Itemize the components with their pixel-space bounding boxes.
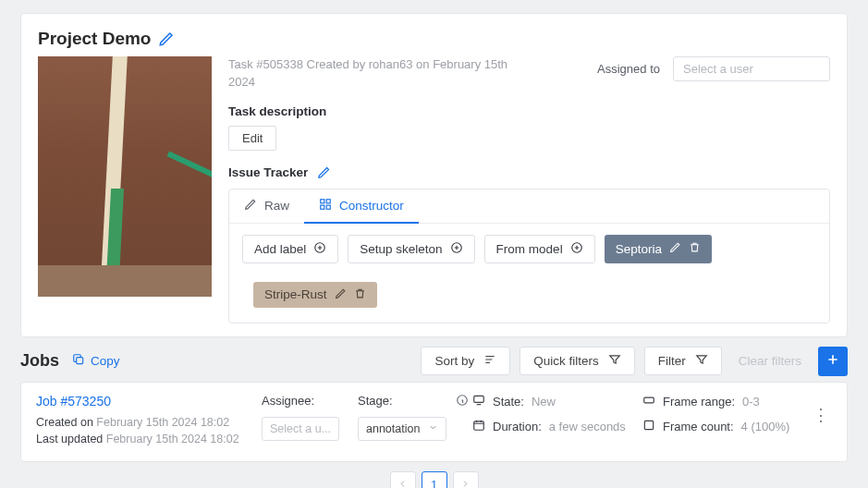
assigned-to-group: Assigned to Select a user xyxy=(597,56,830,81)
frame-range-row: Frame range: 0-3 xyxy=(642,394,809,409)
funnel-icon xyxy=(608,353,621,369)
task-meta-row: Task #505338 Created by rohan63 on Febru… xyxy=(228,56,830,92)
square-icon xyxy=(642,419,655,434)
copy-text: Copy xyxy=(91,354,120,368)
filter-button[interactable]: Filter xyxy=(644,347,722,375)
job-row: Job #573250 Created on February 15th 202… xyxy=(20,382,848,463)
setup-skeleton-button[interactable]: Setup skeleton xyxy=(348,235,474,263)
chevron-left-icon xyxy=(397,478,408,488)
from-model-text: From model xyxy=(496,242,563,256)
setup-skeleton-text: Setup skeleton xyxy=(360,242,442,256)
frame-count-value: 4 (100%) xyxy=(741,420,790,433)
add-label-button[interactable]: Add label xyxy=(242,235,338,263)
frame-count-row: Frame count: 4 (100%) xyxy=(642,419,809,434)
assigned-to-label: Assigned to xyxy=(597,62,660,76)
svg-rect-0 xyxy=(321,199,324,202)
project-title: Project Demo xyxy=(38,29,151,49)
state-row: State: New xyxy=(472,394,639,409)
plus-icon xyxy=(825,352,840,370)
plus-circle-icon xyxy=(450,241,463,257)
svg-rect-1 xyxy=(326,199,330,202)
labels-body: Add label Setup skeleton From model xyxy=(229,224,829,323)
funnel-icon xyxy=(695,353,708,369)
tab-raw[interactable]: Raw xyxy=(229,189,304,223)
tab-raw-label: Raw xyxy=(264,199,289,213)
pagination: 1 xyxy=(0,471,868,488)
edit-project-title-icon[interactable] xyxy=(158,30,175,47)
last-updated-value: February 15th 2024 18:02 xyxy=(106,433,239,445)
job-state-column: State: New Duration: a few seconds xyxy=(472,394,639,449)
jobs-title: Jobs xyxy=(20,351,59,371)
last-updated-label: Last updated xyxy=(36,433,103,445)
copy-icon xyxy=(72,353,85,369)
stage-value: annotation xyxy=(366,422,420,435)
pencil-icon xyxy=(244,198,257,214)
trash-icon[interactable] xyxy=(689,241,701,256)
jobs-header-controls: Sort by Quick filters Filter Clear filte… xyxy=(421,347,848,376)
task-description-label: Task description xyxy=(228,104,830,118)
page-prev-button[interactable] xyxy=(390,471,416,488)
page-number-button[interactable]: 1 xyxy=(422,471,447,488)
duration-row: Duration: a few seconds xyxy=(472,419,639,434)
job-dates: Created on February 15th 2024 18:02 Last… xyxy=(36,414,258,449)
project-title-row: Project Demo xyxy=(38,29,830,49)
job-link[interactable]: Job #573250 xyxy=(36,394,258,409)
add-job-button[interactable] xyxy=(818,347,848,376)
info-icon[interactable] xyxy=(456,394,469,409)
clear-filters-button[interactable]: Clear filters xyxy=(731,348,809,373)
pencil-icon[interactable] xyxy=(669,241,681,256)
labels-tabs: Raw Constructor xyxy=(229,189,829,224)
job-id-column: Job #573250 Created on February 15th 202… xyxy=(36,394,258,449)
list-icon xyxy=(483,353,496,369)
trash-icon[interactable] xyxy=(354,287,366,302)
job-frame-column: Frame range: 0-3 Frame count: 4 (100%) xyxy=(642,394,809,449)
project-card: Project Demo Task #505338 Created by roh… xyxy=(20,13,848,337)
filter-text: Filter xyxy=(658,354,686,368)
sort-by-text: Sort by xyxy=(434,354,474,368)
created-on-value: February 15th 2024 18:02 xyxy=(96,416,229,429)
task-meta-text: Task #505338 Created by rohan63 on Febru… xyxy=(228,56,533,92)
state-value: New xyxy=(532,395,556,409)
sort-by-button[interactable]: Sort by xyxy=(421,347,510,375)
task-thumbnail xyxy=(38,56,212,297)
svg-rect-10 xyxy=(474,421,484,430)
svg-rect-7 xyxy=(77,358,83,364)
svg-rect-3 xyxy=(326,205,330,209)
range-icon xyxy=(642,394,655,409)
svg-rect-11 xyxy=(644,397,654,403)
assigned-user-select[interactable]: Select a user xyxy=(673,56,830,81)
plus-circle-icon xyxy=(570,241,583,257)
edit-description-button[interactable]: Edit xyxy=(228,126,276,151)
copy-jobs-button[interactable]: Copy xyxy=(72,353,120,369)
jobs-header: Jobs Copy Sort by Quick filters Filter C… xyxy=(20,347,848,376)
label-chip-septoria[interactable]: Septoria xyxy=(605,235,712,263)
state-label: State: xyxy=(493,395,524,409)
issue-tracker-row: Issue Tracker xyxy=(228,165,830,179)
quick-filters-button[interactable]: Quick filters xyxy=(520,347,635,375)
frame-range-label: Frame range: xyxy=(663,395,735,409)
job-assignee-column: Assignee: Select a u... xyxy=(262,394,354,449)
project-content-row: Task #505338 Created by rohan63 on Febru… xyxy=(38,56,830,323)
edit-issue-tracker-icon[interactable] xyxy=(317,165,331,179)
issue-tracker-label: Issue Tracker xyxy=(228,165,308,179)
assignee-select[interactable]: Select a u... xyxy=(262,417,339,441)
grid-icon xyxy=(319,198,332,214)
from-model-button[interactable]: From model xyxy=(484,235,595,263)
duration-label: Duration: xyxy=(493,420,542,433)
label-chip-name: Septoria xyxy=(616,242,662,256)
job-actions-menu[interactable]: ⋮ xyxy=(813,410,822,449)
label-chip-name: Stripe-Rust xyxy=(264,287,327,301)
svg-rect-12 xyxy=(644,421,653,429)
tab-constructor[interactable]: Constructor xyxy=(304,189,419,224)
label-chip-stripe-rust[interactable]: Stripe-Rust xyxy=(253,282,377,308)
quick-filters-text: Quick filters xyxy=(533,354,599,368)
project-right-column: Task #505338 Created by rohan63 on Febru… xyxy=(228,56,830,323)
chevron-right-icon xyxy=(460,478,471,488)
page-next-button[interactable] xyxy=(453,471,479,488)
svg-rect-9 xyxy=(474,396,484,402)
stage-select[interactable]: annotation xyxy=(358,417,446,441)
monitor-icon xyxy=(472,394,485,409)
pencil-icon[interactable] xyxy=(335,287,347,302)
chevron-down-icon xyxy=(428,422,438,435)
frame-count-label: Frame count: xyxy=(663,420,734,433)
